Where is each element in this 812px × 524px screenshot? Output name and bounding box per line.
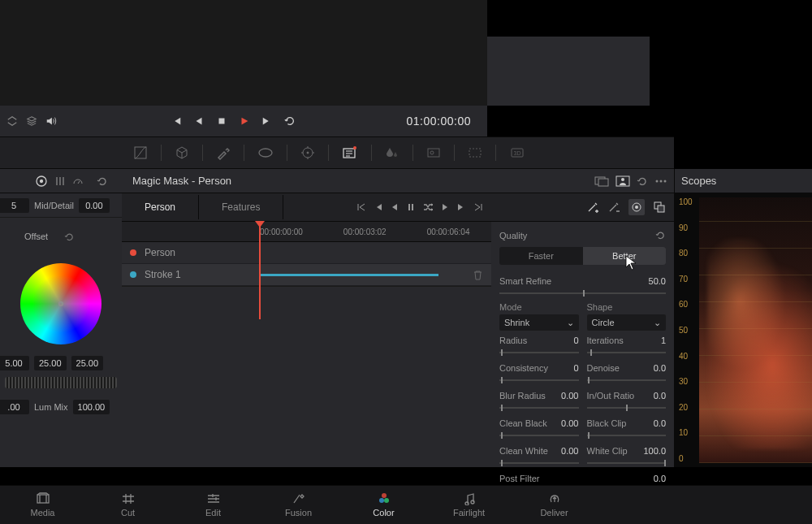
picker-tool-icon[interactable] (213, 142, 234, 163)
person-overlay-icon[interactable] (615, 175, 630, 187)
timeline-ruler[interactable]: 00:00:00:00 00:00:03:02 00:00:06:04 (122, 222, 491, 242)
svg-rect-27 (37, 495, 49, 503)
mid-detail-value[interactable]: 0.00 (79, 198, 110, 213)
blur-radius-value[interactable]: 0.00 (561, 391, 578, 401)
inout-value[interactable]: 0.0 (654, 391, 666, 401)
overlay-icon[interactable] (594, 175, 609, 187)
play-rev-icon[interactable] (391, 203, 399, 211)
tab-features[interactable]: Features (199, 195, 283, 219)
layers-icon[interactable] (26, 115, 37, 127)
track-stroke[interactable]: Stroke 1 (122, 264, 491, 286)
hexagon-tool-icon[interactable] (171, 142, 192, 163)
color-wheel[interactable] (20, 263, 102, 344)
undo-icon[interactable] (637, 175, 648, 187)
radius-slider[interactable] (499, 352, 579, 353)
track-person[interactable]: Person (122, 242, 491, 264)
smart-refine-slider[interactable] (499, 292, 666, 294)
tab-person[interactable]: Person (122, 195, 199, 219)
next-frame-icon[interactable] (457, 203, 465, 211)
reset-icon[interactable] (97, 175, 108, 187)
step-back-icon[interactable] (193, 115, 205, 127)
play-fwd-icon[interactable] (441, 203, 449, 211)
go-end-icon[interactable] (473, 202, 483, 212)
quality-faster[interactable]: Faster (499, 247, 583, 265)
mask-tabs: Person Features (122, 193, 491, 222)
white-clip-slider[interactable] (587, 462, 667, 464)
speaker-icon[interactable] (45, 115, 57, 127)
sizing-tool-icon[interactable] (464, 143, 486, 162)
more-icon[interactable] (654, 175, 667, 187)
iterations-slider[interactable] (587, 352, 667, 353)
nav-fairlight[interactable]: Fairlight (426, 486, 512, 524)
clean-white-value[interactable]: 0.00 (561, 446, 578, 456)
offset-num-1[interactable]: 5.00 (0, 356, 29, 370)
radius-value[interactable]: 0 (573, 336, 578, 345)
lum-partial-value[interactable]: .00 (0, 400, 29, 414)
mode-dropdown[interactable]: Shrink⌄ (499, 314, 579, 331)
lum-mix-value[interactable]: 100.00 (73, 400, 110, 414)
target-icon[interactable] (35, 175, 48, 188)
magic-tools (491, 193, 674, 222)
shuffle-icon[interactable] (423, 203, 433, 211)
clean-black-label: Clean Black (499, 418, 547, 428)
curves-tool-icon[interactable] (130, 142, 151, 163)
consistency-slider[interactable] (499, 379, 579, 381)
pause-icon[interactable] (407, 203, 415, 211)
offset-reset-icon[interactable] (64, 232, 75, 242)
nav-color[interactable]: Color (341, 486, 426, 524)
skip-forward-icon[interactable] (261, 115, 273, 127)
play-icon[interactable] (239, 115, 250, 127)
jog-wheel[interactable] (5, 377, 117, 388)
nav-edit[interactable]: Edit (171, 486, 256, 524)
sliders-icon[interactable] (54, 175, 66, 187)
partial-num-box[interactable]: 5 (0, 198, 29, 213)
black-clip-value[interactable]: 0.0 (654, 418, 666, 428)
playhead[interactable] (259, 222, 261, 319)
quality-better[interactable]: Better (583, 247, 667, 265)
clean-black-slider[interactable] (499, 435, 579, 436)
offset-num-2[interactable]: 25.00 (34, 356, 67, 370)
white-clip-value[interactable]: 100.0 (643, 446, 666, 456)
clean-black-value[interactable]: 0.00 (561, 418, 578, 428)
stroke-range[interactable] (260, 274, 438, 276)
nav-deliver[interactable]: Deliver (512, 486, 597, 524)
wand-remove-icon[interactable] (607, 201, 620, 214)
blur-tool-icon[interactable] (382, 142, 403, 163)
gauge-icon[interactable] (72, 175, 84, 187)
magic-mask-tool-icon[interactable] (339, 142, 361, 163)
shape-dropdown[interactable]: Circle⌄ (587, 314, 667, 331)
black-clip-slider[interactable] (587, 435, 667, 436)
track-tool-icon[interactable] (297, 142, 318, 163)
go-start-icon[interactable] (356, 202, 366, 212)
trash-icon[interactable] (473, 270, 483, 280)
3d-tool-icon[interactable]: 3D (506, 143, 529, 162)
offset-num-3[interactable]: 25.00 (71, 356, 104, 370)
svg-point-32 (471, 500, 474, 504)
inout-slider[interactable] (587, 407, 667, 409)
timecode-display[interactable]: 01:00:00:00 (407, 115, 481, 128)
skip-back-icon[interactable] (171, 115, 182, 127)
expand-icon[interactable] (6, 115, 18, 127)
quality-toggle[interactable]: Faster Better (499, 247, 666, 265)
overlay-toggle-icon[interactable] (653, 201, 666, 214)
ellipse-tool-icon[interactable] (254, 143, 277, 162)
loop-icon[interactable] (284, 115, 296, 127)
nav-cut[interactable]: Cut (85, 486, 171, 524)
quality-reset-icon[interactable] (655, 230, 666, 240)
clean-white-slider[interactable] (499, 462, 579, 464)
nav-fusion[interactable]: Fusion (256, 486, 341, 524)
smart-refine-value[interactable]: 50.0 (649, 276, 666, 286)
svg-point-28 (382, 493, 387, 498)
mask-view-icon[interactable] (628, 199, 645, 215)
denoise-value[interactable]: 0.0 (654, 363, 666, 373)
consistency-value[interactable]: 0 (573, 363, 578, 373)
key-tool-icon[interactable] (423, 143, 444, 162)
stop-icon[interactable] (216, 115, 227, 127)
nav-media[interactable]: Media (0, 486, 85, 524)
iterations-value[interactable]: 1 (661, 336, 666, 345)
prev-frame-icon[interactable] (374, 203, 382, 211)
denoise-slider[interactable] (587, 379, 667, 381)
blur-radius-slider[interactable] (499, 407, 579, 409)
post-filter-value[interactable]: 0.0 (654, 474, 666, 483)
wand-add-icon[interactable] (586, 201, 599, 214)
